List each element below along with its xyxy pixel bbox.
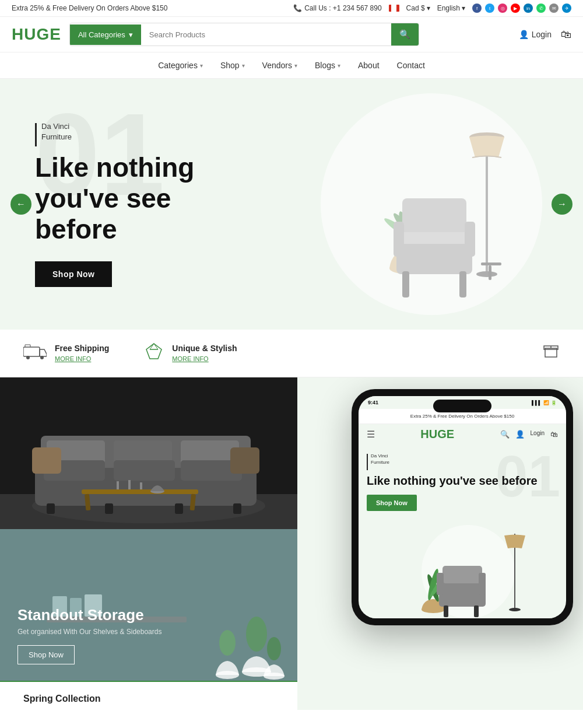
telegram-icon[interactable]: ✈ (562, 4, 571, 13)
language-selector[interactable]: English ▾ (437, 4, 465, 12)
nav-contact[interactable]: Contact (397, 61, 425, 70)
storage-title: Standout Storage (17, 606, 280, 624)
promo-text: Extra 25% & Free Delivery On Orders Abov… (12, 4, 167, 12)
more-info-link[interactable]: MORE INFO (55, 355, 91, 362)
svg-rect-50 (140, 482, 142, 489)
svg-rect-76 (474, 606, 479, 617)
svg-point-19 (26, 356, 30, 359)
phone-user-icon[interactable]: 👤 (515, 430, 525, 439)
battery-icon: 🔋 (551, 400, 557, 405)
nav-categories[interactable]: Categories ▾ (158, 61, 203, 70)
phone-cart-icon[interactable]: 🛍 (550, 430, 558, 439)
nav-item-label: About (358, 61, 380, 70)
chevron-down-icon: ▾ (338, 62, 340, 69)
top-bar-right: 📞 Call Us : +1 234 567 890 Cad $ ▾ Engli… (293, 4, 571, 13)
svg-rect-39 (32, 447, 61, 474)
login-button[interactable]: 👤 Login (519, 30, 552, 39)
social-links: f t ◎ ▶ in ✆ ✉ ✈ (472, 4, 571, 13)
category-dropdown[interactable]: All Categories ▾ (70, 24, 141, 45)
hero-shop-button[interactable]: Shop Now (35, 261, 112, 287)
hero-image-area (280, 79, 583, 330)
search-bar: All Categories ▾ 🔍 (69, 23, 419, 46)
phone-slide-number: 01 (496, 447, 560, 505)
youtube-icon[interactable]: ▶ (511, 4, 520, 13)
logo[interactable]: HUGE (12, 25, 61, 44)
phone-number: Call Us : +1 234 567 890 (304, 4, 381, 12)
phone-brand-name: Da VinciFurniture (371, 453, 389, 466)
chevron-down-icon: ▾ (294, 62, 297, 69)
feature-title: Free Shipping (55, 344, 109, 353)
sofa-section (0, 377, 297, 529)
diamond-icon (144, 342, 164, 364)
hero-content: Da VinciFurniture Like nothing you've se… (0, 98, 292, 310)
phone-mockup: 9:41 ▌▌▌ 📶 🔋 Extra 25% & Free Delivery O… (352, 389, 573, 625)
user-icon: 👤 (519, 30, 529, 39)
header: HUGE All Categories ▾ 🔍 👤 Login 🛍 (0, 17, 583, 52)
chevron-down-icon: ▾ (427, 4, 430, 12)
whatsapp-icon[interactable]: ✆ (536, 4, 546, 13)
svg-rect-42 (105, 503, 113, 514)
phone-section: 9:41 ▌▌▌ 📶 🔋 Extra 25% & Free Delivery O… (297, 377, 583, 710)
spring-title: Spring Collection (23, 694, 100, 704)
feature-extra (542, 342, 560, 364)
phone-chair-image (359, 525, 566, 618)
search-button[interactable]: 🔍 (391, 23, 419, 46)
facebook-icon[interactable]: f (472, 4, 482, 13)
feature-title: Unique & Stylish (172, 344, 237, 353)
product-grid-left: 20% Off (0, 377, 297, 710)
phone-shop-button[interactable]: Shop Now (367, 495, 417, 511)
nav-about[interactable]: About (358, 61, 380, 70)
nav-item-label: Blogs (315, 61, 335, 70)
more-info-link[interactable]: MORE INFO (172, 355, 208, 362)
nav-item-label: Vendors (262, 61, 292, 70)
main-nav: Categories ▾ Shop ▾ Vendors ▾ Blogs ▾ Ab… (0, 52, 583, 79)
svg-point-62 (267, 637, 281, 660)
hero-next-button[interactable]: → (552, 194, 573, 215)
svg-rect-44 (233, 503, 241, 514)
svg-rect-37 (114, 460, 175, 481)
phone-product-svg (369, 525, 556, 618)
svg-rect-45 (82, 489, 198, 494)
currency-label: Cad $ (406, 4, 425, 12)
nav-item-label: Categories (158, 61, 198, 70)
nav-item-label: Shop (220, 61, 240, 70)
main-content: 20% Off (0, 377, 583, 710)
storage-shop-button[interactable]: Shop Now (17, 645, 75, 664)
feature-shipping: Free Shipping MORE INFO (23, 342, 109, 364)
email-icon[interactable]: ✉ (549, 4, 559, 13)
storage-subtitle: Get organised With Our Shelves & Sideboa… (17, 628, 280, 636)
wifi-icon: 📶 (543, 400, 549, 405)
linkedin-icon[interactable]: in (524, 4, 533, 13)
svg-rect-75 (444, 606, 448, 617)
svg-rect-48 (117, 481, 119, 489)
search-input[interactable] (141, 24, 391, 45)
nav-shop[interactable]: Shop ▾ (220, 61, 245, 70)
phone-login-label[interactable]: Login (531, 430, 545, 439)
cart-button[interactable]: 🛍 (561, 29, 571, 41)
signal-icon: ▌▌▌ (532, 400, 542, 405)
instagram-icon[interactable]: ◎ (498, 4, 507, 13)
twitter-icon[interactable]: t (485, 4, 494, 13)
chevron-down-icon: ▾ (200, 62, 203, 69)
phone-header-actions: 🔍 👤 Login 🛍 (500, 430, 558, 439)
svg-rect-73 (437, 573, 444, 595)
brand-name: Da VinciFurniture (41, 121, 72, 142)
hero-prev-button[interactable]: ← (10, 194, 31, 215)
login-label: Login (532, 30, 552, 39)
phone-logo[interactable]: HUGE (420, 428, 454, 441)
top-bar: Extra 25% & Free Delivery On Orders Abov… (0, 0, 583, 17)
nav-blogs[interactable]: Blogs ▾ (315, 61, 340, 70)
chevron-down-icon: ▾ (242, 62, 245, 69)
flag-icon (389, 5, 399, 12)
phone-menu-icon[interactable]: ☰ (367, 429, 375, 440)
phone-brand-bar (367, 454, 368, 470)
svg-rect-74 (479, 573, 486, 595)
phone-search-icon[interactable]: 🔍 (500, 430, 510, 439)
nav-vendors[interactable]: Vendors ▾ (262, 61, 297, 70)
svg-point-66 (509, 608, 521, 611)
box-icon (542, 342, 560, 364)
currency-selector[interactable]: Cad $ ▾ (406, 4, 430, 12)
chevron-down-icon: ▾ (462, 4, 465, 12)
svg-rect-72 (442, 566, 482, 583)
svg-marker-22 (150, 344, 158, 349)
